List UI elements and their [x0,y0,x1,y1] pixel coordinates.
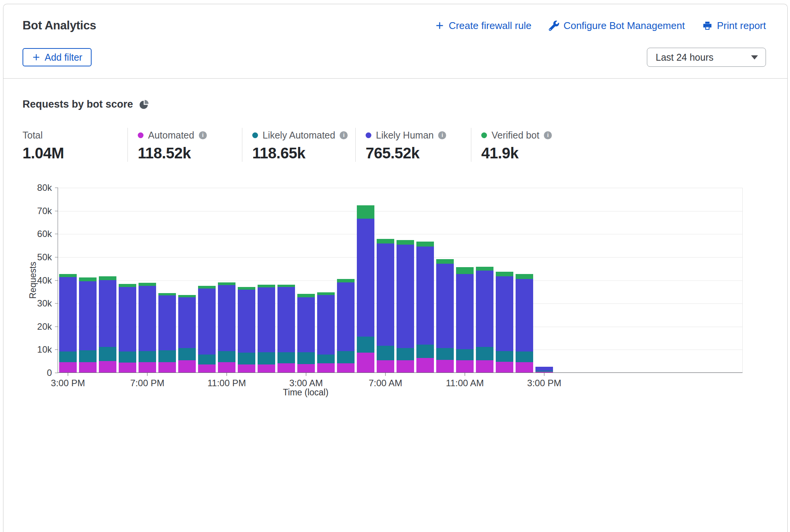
bar-0[interactable] [59,274,77,372]
y-axis-tick [55,326,58,327]
bar-segment-verified-bot [357,205,374,219]
bar-segment-likely-automated [178,348,196,360]
requests-by-bot-score-chart: Requests 010k20k30k40k50k60k70k80k3:00 P… [23,188,766,402]
bar-11[interactable] [277,285,295,372]
x-axis-tick [385,373,386,376]
bar-segment-verified-bot [277,285,295,287]
bar-segment-verified-bot [476,267,493,271]
bar-segment-likely-automated [476,347,493,360]
info-icon[interactable] [340,131,348,139]
bar-segment-automated [377,360,394,372]
y-tick-label: 20k [25,321,52,332]
bar-segment-automated [238,364,255,372]
bar-17[interactable] [397,240,414,372]
bar-23[interactable] [516,274,533,372]
bar-16[interactable] [377,239,394,372]
printer-icon [702,21,713,31]
bar-segment-verified-bot [218,282,235,285]
bar-segment-likely-automated [59,351,77,362]
stat-automated: Automated 118.52k [127,128,242,162]
bar-segment-likely-automated [158,350,176,362]
bar-segment-likely-automated [297,352,315,364]
create-firewall-rule-link[interactable]: Create firewall rule [435,20,532,32]
likely-human-legend-dot [366,132,371,138]
bar-9[interactable] [238,287,255,372]
x-tick-label: 11:00 PM [208,378,246,389]
x-axis-tick [465,373,465,376]
bar-segment-likely-human [436,264,454,348]
bar-segment-verified-bot [337,279,355,282]
x-axis-tick [544,373,545,376]
stat-total: Total 1.04M [23,128,127,162]
bar-22[interactable] [496,272,513,372]
gridline [58,188,742,188]
bar-15[interactable] [357,205,374,372]
bar-segment-automated [357,353,374,372]
bar-segment-likely-human [456,274,474,349]
bar-segment-verified-bot [119,284,136,287]
bar-segment-verified-bot [377,239,394,243]
bar-21[interactable] [476,267,493,372]
add-filter-button[interactable]: Add filter [23,48,92,66]
bar-segment-automated [317,363,335,372]
bar-5[interactable] [158,293,176,372]
section-title: Requests by bot score [23,98,133,110]
bar-segment-automated [178,360,196,372]
bar-24[interactable] [535,367,553,372]
y-axis-tick [55,373,58,373]
bar-8[interactable] [218,282,235,372]
bar-segment-likely-human [99,280,116,347]
bar-segment-likely-human [337,282,355,351]
bar-4[interactable] [139,283,156,372]
likely-automated-legend-dot [252,132,258,138]
bar-13[interactable] [317,292,335,372]
x-axis-tick [68,373,68,376]
y-tick-label: 50k [25,252,52,263]
bar-segment-automated [297,364,315,372]
y-tick-label: 30k [25,298,52,309]
bar-segment-automated [337,363,355,372]
bar-12[interactable] [297,294,315,372]
x-axis-title: Time (local) [283,387,328,398]
configure-bot-management-link[interactable]: Configure Bot Management [549,20,685,32]
bar-segment-likely-human [416,247,434,345]
automated-legend-dot [138,132,143,138]
bar-10[interactable] [258,285,275,372]
bar-segment-likely-human [535,367,553,371]
bar-19[interactable] [436,259,454,372]
stat-likely-human-label: Likely Human [376,130,434,141]
bar-7[interactable] [198,286,216,372]
bar-segment-likely-automated [456,349,474,360]
print-report-link[interactable]: Print report [702,20,766,32]
bar-segment-verified-bot [297,294,315,297]
bar-18[interactable] [416,242,434,372]
stat-total-label: Total [23,130,43,141]
bar-segment-automated [516,362,533,372]
add-filter-label: Add filter [45,52,82,63]
info-icon[interactable] [438,131,446,139]
bar-2[interactable] [99,276,116,372]
plus-icon [32,53,41,62]
info-icon[interactable] [544,131,552,139]
bar-1[interactable] [79,277,97,372]
info-icon[interactable] [199,131,207,139]
bar-segment-automated [99,361,116,372]
bar-segment-likely-human [79,281,97,351]
bar-segment-verified-bot [416,242,434,246]
x-tick-label: 3:00 PM [51,378,85,389]
bar-segment-likely-human [59,277,77,351]
bar-segment-automated [496,362,513,372]
bar-segment-likely-automated [436,348,454,360]
x-tick-label: 7:00 PM [130,378,164,389]
bar-segment-automated [535,372,553,372]
bar-segment-likely-human [198,289,216,355]
bar-segment-automated [436,360,454,372]
time-range-dropdown[interactable]: Last 24 hours [647,48,766,67]
stat-likely-human: Likely Human 765.52k [355,128,471,162]
bar-14[interactable] [337,279,355,373]
bar-20[interactable] [456,267,474,372]
bar-3[interactable] [119,284,136,372]
bar-segment-verified-bot [79,277,97,281]
bar-6[interactable] [178,295,196,372]
bar-segment-likely-human [516,279,533,352]
